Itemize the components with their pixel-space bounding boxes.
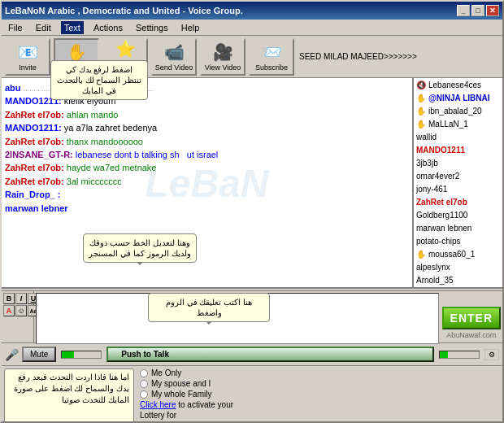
subscribe-label: Subscribe bbox=[255, 63, 288, 72]
user-list: 🔇 Lebanese4ces ✋ @NINJA LIBNAI ✋ ibn_aba… bbox=[413, 78, 502, 287]
invite-label: Invite bbox=[19, 63, 37, 72]
user-name: Goldberg1100 bbox=[416, 211, 467, 220]
list-item[interactable]: A3AZ_NA5 bbox=[414, 286, 502, 287]
table-row: MANDO1211: ya a7la zahret bedenya bbox=[5, 122, 409, 134]
list-item[interactable]: ZahRet el7ob bbox=[414, 195, 502, 208]
menu-settings[interactable]: Settings bbox=[133, 21, 172, 34]
msg-text: lebanese dont b talking sh ut israel bbox=[76, 150, 219, 159]
msg-text: ya a7la zahret bedenya bbox=[64, 123, 157, 133]
spouse-label: My spouse and I bbox=[151, 379, 211, 388]
lottery-row: Lottery for bbox=[138, 410, 501, 421]
user-name: marwan lebnen bbox=[416, 224, 471, 233]
send-video-label: Send Video bbox=[155, 63, 193, 72]
lottery-label: Lottery for bbox=[140, 411, 176, 420]
click-here-suffix: to activate your bbox=[178, 400, 233, 409]
enter-button[interactable]: ENTER bbox=[442, 307, 501, 329]
italic-button[interactable]: I bbox=[15, 293, 27, 304]
list-item[interactable]: omar4ever2 bbox=[414, 169, 502, 182]
family-radio[interactable] bbox=[140, 390, 148, 399]
msg-user: Rain_Drop_ : bbox=[5, 190, 60, 199]
user-name: MANDO1211 bbox=[416, 146, 465, 155]
smiley-button[interactable]: ☺ bbox=[15, 305, 27, 316]
user-name: moussa60_1 bbox=[428, 250, 475, 259]
send-video-button[interactable]: 📹 Send Video bbox=[151, 38, 197, 76]
list-item[interactable]: MANDO1211 bbox=[414, 143, 502, 156]
view-video-label: View Video bbox=[205, 63, 241, 72]
user-name: Arnold_35 bbox=[416, 276, 454, 285]
list-item[interactable]: ✋ moussa60_1 bbox=[414, 247, 502, 260]
view-video-button[interactable]: 🎥 View Video bbox=[200, 38, 245, 76]
list-item[interactable]: ✋ ibn_abalad_20 bbox=[414, 104, 502, 117]
list-item[interactable]: 🔇 Lebanese4ces bbox=[414, 78, 502, 91]
list-item[interactable]: jony-461 bbox=[414, 182, 502, 195]
enter-section: ENTER AbuNawaf.com bbox=[441, 291, 502, 342]
menu-actions[interactable]: Actions bbox=[90, 21, 126, 34]
list-item[interactable]: ✋ MaLLaN_1 bbox=[414, 117, 502, 130]
menu-help[interactable]: Help bbox=[178, 21, 203, 34]
table-row: ZahRet el7ob: ahlan mando bbox=[5, 109, 409, 121]
table-row: ZahRet el7ob: 3al miccccccc bbox=[5, 176, 409, 188]
me-only-radio[interactable] bbox=[140, 369, 148, 377]
minimize-button[interactable]: _ bbox=[457, 5, 470, 16]
bottom-section: اما هنا فاذا اردت التحدث فبعد رفع يدك وا… bbox=[2, 366, 502, 423]
user-name: 3jb3jb bbox=[416, 159, 438, 168]
subscribe-button[interactable]: 📨 Subscribe bbox=[249, 38, 294, 76]
spouse-radio[interactable] bbox=[140, 380, 148, 388]
push-to-talk-button[interactable]: Push to Talk bbox=[106, 347, 434, 362]
mic-button[interactable]: 🎤 bbox=[5, 348, 19, 361]
msg-user: ZahRet el7ob: bbox=[5, 110, 64, 120]
volume-fill bbox=[62, 351, 73, 358]
menu-edit[interactable]: Edit bbox=[33, 21, 54, 34]
format-row2: A ☺ Aa bbox=[3, 305, 39, 316]
msg-user: MANDO1211: bbox=[5, 123, 62, 133]
msg-text: hayde wa7ed metnake bbox=[67, 163, 157, 172]
customize-tooltip: وهنا لتعديل الخط حسب ذوقك ولديك الرموز ك… bbox=[83, 233, 197, 263]
abunawaf-label: AbuNawaf.com bbox=[445, 329, 497, 341]
mute-button[interactable]: Mute bbox=[22, 347, 56, 362]
me-only-option[interactable]: Me Only bbox=[138, 368, 501, 378]
list-item[interactable]: ✋ @NINJA LIBNAI bbox=[414, 91, 502, 104]
menu-text[interactable]: Text bbox=[61, 21, 84, 34]
list-item[interactable]: 3jb3jb bbox=[414, 156, 502, 169]
menu-bar: File Edit Text Actions Settings Help bbox=[2, 20, 502, 36]
close-button[interactable]: ✕ bbox=[486, 5, 499, 16]
menu-file[interactable]: File bbox=[5, 21, 26, 34]
settings-icon[interactable]: ⚙ bbox=[484, 349, 499, 360]
msg-user: ZahRet el7ob: bbox=[5, 137, 64, 146]
user-name: wallid bbox=[416, 133, 437, 142]
bold-button[interactable]: B bbox=[3, 293, 15, 304]
user-name: alpeslynx bbox=[416, 263, 450, 272]
msg-user: ZahRet el7ob: bbox=[5, 177, 64, 186]
list-item[interactable]: Goldberg1100 bbox=[414, 208, 502, 221]
family-option[interactable]: My whole Family bbox=[138, 389, 501, 399]
title-text: LeBaNoN Arabic , Democratic and United -… bbox=[5, 6, 243, 15]
user-name: ZahRet el7ob bbox=[416, 198, 467, 207]
list-item[interactable]: potato-chips bbox=[414, 234, 502, 247]
click-here-link[interactable]: Click here bbox=[140, 400, 176, 409]
list-item[interactable]: Arnold_35 bbox=[414, 273, 502, 286]
invite-button[interactable]: 📧 Invite bbox=[5, 38, 50, 76]
user-name: omar4ever2 bbox=[416, 172, 459, 181]
milad-banner: SEED MILAD MAJEED>>>>>>> bbox=[298, 50, 499, 63]
msg-text: ahlan mando bbox=[67, 110, 119, 120]
title-bar: LeBaNoN Arabic , Democratic and United -… bbox=[2, 2, 502, 20]
table-row: ZahRet el7ob: thanx mandoooooo bbox=[5, 136, 409, 148]
list-item[interactable]: wallid bbox=[414, 130, 502, 143]
list-item[interactable]: marwan lebnen bbox=[414, 221, 502, 234]
msg-user: 2INSANE_GT-R: bbox=[5, 150, 73, 159]
view-video-icon: 🎥 bbox=[213, 42, 233, 62]
volume-bar bbox=[61, 351, 102, 359]
main-container: LeBaN abu ..............................… bbox=[2, 78, 502, 288]
color-button[interactable]: A bbox=[3, 305, 15, 316]
hand-icon: ✋ bbox=[416, 107, 426, 116]
hand-icon: ✋ bbox=[416, 94, 426, 102]
mute-icon: 🔇 bbox=[416, 81, 426, 89]
add-favorites-icon: ⭐ bbox=[115, 39, 136, 59]
spouse-option[interactable]: My spouse and I bbox=[138, 378, 501, 389]
family-label: My whole Family bbox=[151, 390, 211, 399]
maximize-button[interactable]: □ bbox=[471, 5, 484, 16]
user-name: ibn_abalad_20 bbox=[428, 107, 482, 116]
user-name: jony-461 bbox=[416, 185, 447, 194]
list-item[interactable]: alpeslynx bbox=[414, 260, 502, 273]
msg-text: thanx mandoooooo bbox=[67, 137, 143, 146]
